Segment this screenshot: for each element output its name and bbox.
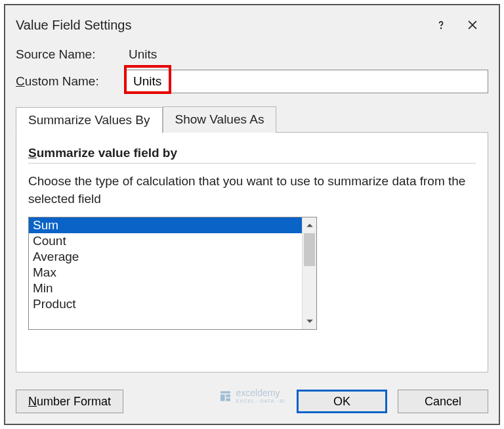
dialog-content: Source Name: Units Custom Name: Summariz… bbox=[5, 47, 499, 380]
calculation-listbox[interactable]: Sum Count Average Max Min Product bbox=[28, 217, 317, 330]
tab-summarize-values-by[interactable]: Summarize Values By bbox=[16, 107, 163, 133]
custom-name-input[interactable] bbox=[126, 70, 488, 93]
titlebar: Value Field Settings bbox=[5, 5, 499, 47]
scroll-down-button[interactable] bbox=[303, 313, 316, 329]
scroll-thumb[interactable] bbox=[304, 233, 315, 266]
section-description: Choose the type of calculation that you … bbox=[28, 173, 476, 208]
tabs-area: Summarize Values By Show Values As Summa… bbox=[16, 106, 488, 373]
tab-show-values-as[interactable]: Show Values As bbox=[163, 106, 277, 133]
tabstrip: Summarize Values By Show Values As bbox=[16, 106, 488, 133]
svg-point-0 bbox=[441, 28, 442, 29]
dialog-title: Value Field Settings bbox=[16, 18, 425, 33]
list-item[interactable]: Max bbox=[29, 265, 302, 281]
help-button[interactable] bbox=[425, 13, 457, 37]
list-item[interactable]: Count bbox=[29, 233, 302, 249]
list-item[interactable]: Min bbox=[29, 281, 302, 296]
scroll-up-button[interactable] bbox=[303, 217, 316, 233]
source-name-value: Units bbox=[126, 47, 157, 62]
list-item[interactable]: Average bbox=[29, 249, 302, 265]
listbox-scrollbar[interactable] bbox=[302, 217, 316, 329]
divider bbox=[28, 163, 476, 164]
list-item[interactable]: Sum bbox=[29, 217, 302, 233]
scroll-track[interactable] bbox=[303, 233, 316, 313]
section-heading: Summarize value field by bbox=[28, 146, 476, 160]
close-button[interactable] bbox=[457, 13, 488, 37]
listbox-items: Sum Count Average Max Min Product bbox=[29, 217, 302, 329]
custom-name-row: Custom Name: bbox=[16, 70, 488, 93]
ok-button[interactable]: OK bbox=[297, 390, 387, 413]
dialog-footer: Number Format OK Cancel bbox=[5, 380, 499, 424]
tabpanel-summarize: Summarize value field by Choose the type… bbox=[16, 132, 488, 373]
cancel-button[interactable]: Cancel bbox=[398, 390, 488, 413]
custom-name-label: Custom Name: bbox=[16, 74, 126, 89]
source-name-row: Source Name: Units bbox=[16, 47, 488, 62]
source-name-label: Source Name: bbox=[16, 47, 126, 62]
value-field-settings-dialog: Value Field Settings Source Name: Units … bbox=[4, 4, 500, 425]
number-format-button[interactable]: Number Format bbox=[16, 390, 123, 413]
list-item[interactable]: Product bbox=[29, 296, 302, 312]
